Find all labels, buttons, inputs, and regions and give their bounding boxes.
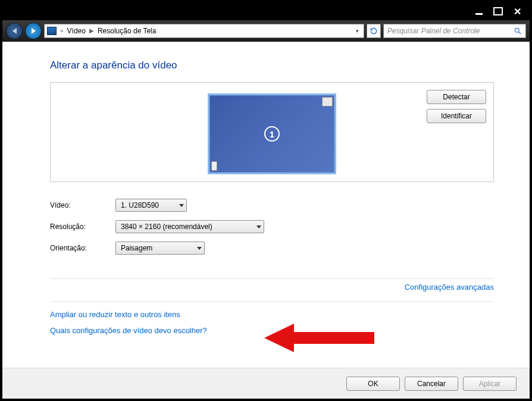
settings-form: Vídeo: 1. U28D590 Resolução: 3840 × 2160… (50, 199, 494, 255)
breadcrumb-segment[interactable]: Resolução de Tela (98, 27, 157, 35)
search-input[interactable]: Pesquisar Painel de Controle (383, 24, 526, 38)
display-preview-box: 1 Detectar Identificar (50, 82, 494, 182)
svg-line-1 (519, 32, 521, 34)
monitor-thumb-decor (322, 97, 333, 106)
refresh-button[interactable] (367, 24, 381, 38)
dialog-footer: OK Cancelar Aplicar (2, 368, 530, 399)
chevron-down-icon (197, 247, 202, 250)
advanced-link-row: Configurações avançadas (50, 283, 494, 292)
cancel-button[interactable]: Cancelar (405, 377, 458, 391)
advanced-settings-link[interactable]: Configurações avançadas (405, 283, 494, 292)
monitor-number-badge: 1 (264, 126, 280, 142)
minimize-button[interactable] (470, 5, 488, 17)
video-select[interactable]: 1. U28D590 (115, 199, 187, 212)
arrow-left-icon (12, 28, 17, 34)
divider (50, 278, 494, 279)
resolution-select[interactable]: 3840 × 2160 (recomendável) (115, 220, 264, 233)
apply-button[interactable]: Aplicar (463, 377, 517, 391)
video-label: Vídeo: (50, 201, 115, 209)
monitor-thumbnail[interactable]: 1 (208, 93, 336, 174)
forward-button[interactable] (25, 23, 42, 39)
ok-button[interactable]: OK (346, 377, 400, 391)
search-placeholder: Pesquisar Painel de Controle (387, 27, 480, 35)
chevron-down-icon (179, 204, 184, 207)
resolution-select-value: 3840 × 2160 (recomendável) (121, 223, 212, 231)
orientation-select-value: Paisagem (121, 244, 152, 252)
control-panel-icon (47, 27, 57, 35)
screen-resolution-window: ✕ « Vídeo ▶ Resolução de Tela ▾ Pesquisa… (0, 0, 532, 401)
resolution-row: Resolução: 3840 × 2160 (recomendável) (50, 220, 494, 233)
chevron-down-icon (256, 225, 261, 228)
refresh-icon (370, 27, 378, 35)
video-row: Vídeo: 1. U28D590 (50, 199, 494, 212)
svg-point-0 (515, 28, 519, 32)
back-button[interactable] (6, 23, 23, 39)
address-dropdown-icon[interactable]: ▾ (353, 28, 361, 34)
preview-side-buttons: Detectar Identificar (427, 90, 486, 123)
page-title: Alterar a aparência do vídeo (50, 59, 494, 71)
which-settings-link[interactable]: Quais configurações de vídeo devo escolh… (50, 326, 494, 335)
resolution-label: Resolução: (50, 223, 115, 231)
breadcrumb-segment[interactable]: Vídeo (67, 27, 86, 35)
search-icon (514, 27, 522, 35)
resize-text-link[interactable]: Ampliar ou reduzir texto e outros itens (50, 310, 494, 319)
orientation-select[interactable]: Paisagem (115, 242, 205, 255)
identify-button[interactable]: Identificar (427, 109, 486, 123)
breadcrumb-sep-icon: « (60, 27, 64, 34)
content-pane: Alterar a aparência do vídeo 1 Detectar … (2, 42, 530, 368)
titlebar: ✕ (2, 2, 530, 20)
maximize-button[interactable] (489, 5, 507, 17)
detect-button[interactable]: Detectar (427, 90, 486, 104)
address-bar[interactable]: « Vídeo ▶ Resolução de Tela ▾ (44, 24, 364, 38)
video-select-value: 1. U28D590 (121, 201, 159, 209)
monitor-thumb-decor (211, 161, 217, 171)
close-button[interactable]: ✕ (508, 5, 526, 17)
toolbar: « Vídeo ▶ Resolução de Tela ▾ Pesquisar … (2, 20, 530, 42)
orientation-row: Orientação: Paisagem (50, 242, 494, 255)
divider (50, 301, 494, 302)
orientation-label: Orientação: (50, 244, 115, 252)
chevron-right-icon: ▶ (89, 27, 94, 34)
help-links: Ampliar ou reduzir texto e outros itens … (50, 310, 494, 335)
arrow-right-icon (32, 28, 36, 34)
